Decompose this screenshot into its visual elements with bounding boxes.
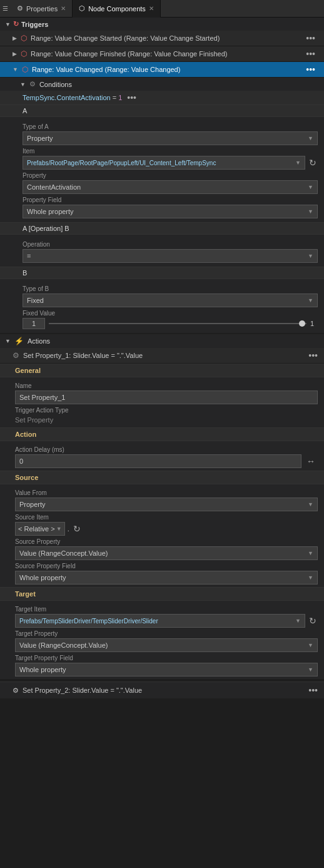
item-a-select[interactable]: Prefabs/RootPage/RootPage/PopupLeft/UI_C…: [23, 156, 305, 170]
triggers-icon: ↻: [13, 20, 19, 28]
source-field-select[interactable]: Whole property ▼: [15, 571, 318, 585]
target-item-value: Prefabs/TempSliderDriver/TempSliderDrive…: [19, 618, 295, 625]
conditions-icon: ⚙: [29, 80, 36, 88]
slider-min-input[interactable]: [23, 318, 45, 329]
target-field-value: Whole property: [19, 666, 308, 673]
source-property-select[interactable]: Value (RangeConcept.Value) ▼: [15, 546, 318, 560]
trigger-label-1: Range: Value Change Finished (Range: Val…: [31, 50, 301, 58]
action-item-label: Set Property_1: Slider.Value = ".".Value: [23, 352, 303, 359]
action-item-dots[interactable]: •••: [307, 351, 319, 360]
source-form: Value From Property ▼ Source Item < Rela…: [0, 484, 324, 587]
tab-node-components-label: Node Components: [88, 5, 146, 13]
target-field-arrow: ▼: [308, 666, 313, 673]
block-ab-form: Operation = ▼: [0, 235, 324, 267]
target-item-arrow: ▼: [295, 618, 301, 624]
delay-expand-btn[interactable]: ↔: [304, 455, 318, 467]
action-item-icon: ⚙: [13, 351, 19, 360]
delay-label: Action Delay (ms): [15, 446, 318, 453]
triggers-section-header[interactable]: ▼ ↻ Triggers: [0, 18, 324, 31]
item-a-arrow: ▼: [295, 160, 301, 166]
delay-input[interactable]: [15, 454, 301, 468]
tab-properties-close[interactable]: ✕: [61, 5, 66, 12]
source-item-refresh[interactable]: ↻: [72, 523, 82, 535]
trigger-item-1[interactable]: ▶ ⬡ Range: Value Change Finished (Range:…: [0, 46, 324, 62]
trigger-item-2[interactable]: ▼ ⬡ Range: Value Changed (Range: Value C…: [0, 62, 324, 78]
actions-icon: ⚡: [14, 337, 24, 345]
type-a-label: Type of A: [23, 123, 318, 130]
target-property-select[interactable]: Value (RangeConcept.Value) ▼: [15, 638, 318, 652]
actions-header[interactable]: ▼ ⚡ Actions: [0, 334, 324, 348]
block-b-label: B: [23, 269, 27, 277]
condition-bar: TempSync.ContentActivation = 1 •••: [0, 91, 324, 105]
field-a-select[interactable]: Whole property ▼: [23, 205, 318, 218]
bottom-action-dots[interactable]: •••: [307, 686, 319, 695]
name-input[interactable]: [15, 391, 318, 404]
trigger-dots-1[interactable]: •••: [305, 49, 316, 58]
conditions-arrow: ▼: [20, 81, 26, 88]
general-header: General: [0, 364, 324, 377]
target-field-select[interactable]: Whole property ▼: [15, 663, 318, 677]
op-select[interactable]: = ▼: [23, 249, 318, 263]
target-item-row: Prefabs/TempSliderDriver/TempSliderDrive…: [15, 614, 318, 628]
property-a-label: Property: [23, 172, 318, 179]
trigger-expand-2: ▼: [13, 66, 18, 73]
block-a-label: A: [23, 107, 27, 115]
conditions-label: Conditions: [39, 81, 72, 88]
trigger-dots-2[interactable]: •••: [305, 65, 316, 74]
trigger-dots-0[interactable]: •••: [305, 34, 316, 43]
tab-properties[interactable]: ⚙ Properties ✕: [11, 0, 73, 18]
field-a-label: Property Field: [23, 197, 318, 203]
source-header: Source: [0, 471, 324, 484]
source-dot-sep: .: [66, 525, 71, 533]
triggers-label: Triggers: [21, 21, 48, 28]
slider-value: 1: [310, 320, 318, 327]
type-b-label: Type of B: [23, 285, 318, 292]
field-a-value: Whole property: [27, 208, 308, 215]
trigger-expand-0: ▶: [13, 35, 17, 41]
value-from-select[interactable]: Property ▼: [15, 498, 318, 511]
condition-dots[interactable]: •••: [126, 93, 138, 102]
block-a-form: Type of A Property ▼ Item Prefabs/RootPa…: [0, 117, 324, 222]
property-a-arrow: ▼: [308, 184, 313, 190]
action-block-label: Action: [15, 431, 36, 438]
type-a-select[interactable]: Property ▼: [23, 131, 318, 145]
source-property-arrow: ▼: [308, 550, 313, 556]
conditions-header[interactable]: ▼ ⚙ Conditions: [0, 78, 324, 91]
value-from-arrow: ▼: [308, 501, 313, 508]
target-item-select[interactable]: Prefabs/TempSliderDriver/TempSliderDrive…: [15, 614, 305, 628]
target-header: Target: [0, 587, 324, 601]
tab-node-components[interactable]: ⬡ Node Components ✕: [73, 0, 161, 18]
source-field-value: Whole property: [19, 574, 308, 581]
op-label: Operation: [23, 241, 318, 248]
type-b-value: Fixed: [27, 297, 308, 304]
target-item-refresh[interactable]: ↻: [308, 615, 318, 627]
value-from-value: Property: [19, 501, 308, 508]
source-item-label: Source Item: [15, 514, 318, 521]
menu-icon: ☰: [3, 5, 8, 12]
type-a-value: Property: [27, 135, 308, 142]
source-relative-select[interactable]: < Relative > ▼: [15, 522, 65, 536]
item-a-row: Prefabs/RootPage/RootPage/PopupLeft/UI_C…: [23, 156, 318, 170]
field-a-arrow: ▼: [308, 208, 313, 215]
item-a-refresh[interactable]: ↻: [308, 156, 318, 169]
condition-op: =: [111, 94, 119, 101]
trigger-expand-1: ▶: [13, 51, 17, 57]
name-label: Name: [15, 382, 318, 389]
source-property-value: Value (RangeConcept.Value): [19, 549, 308, 557]
source-relative-arrow: ▼: [56, 526, 62, 532]
action-block-header: Action: [0, 427, 324, 441]
type-b-select[interactable]: Fixed ▼: [23, 294, 318, 307]
tab-node-components-close[interactable]: ✕: [149, 5, 154, 12]
property-a-select[interactable]: ContentActivation ▼: [23, 180, 318, 194]
target-form: Target Item Prefabs/TempSliderDriver/Tem…: [0, 601, 324, 679]
target-field-label: Target Property Field: [15, 655, 318, 661]
trigger-item-0[interactable]: ▶ ⬡ Range: Value Change Started (Range: …: [0, 31, 324, 46]
target-property-value: Value (RangeConcept.Value): [19, 641, 308, 649]
trigger-icon-0: ⬡: [21, 34, 27, 43]
action-item-1[interactable]: ⚙ Set Property_1: Slider.Value = ".".Val…: [0, 348, 324, 364]
bottom-action[interactable]: ⚙ Set Property_2: Slider.Value = ".".Val…: [0, 682, 324, 698]
slider-track-container[interactable]: [49, 319, 306, 328]
op-arrow: ▼: [308, 253, 313, 259]
target-label: Target: [15, 590, 36, 598]
type-a-arrow: ▼: [308, 135, 313, 141]
